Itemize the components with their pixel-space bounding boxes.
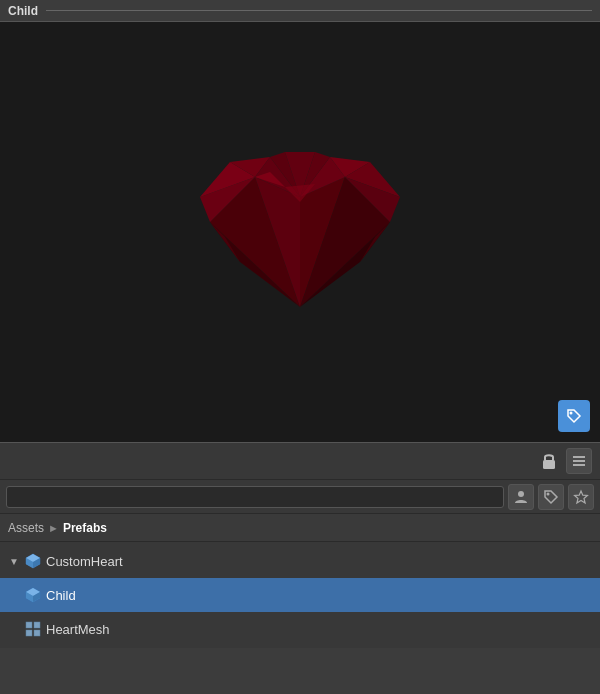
star-button[interactable] xyxy=(568,484,594,510)
title-bar-line xyxy=(46,10,592,11)
tag-icon xyxy=(565,407,583,425)
chevron-down-icon: ▼ xyxy=(8,555,20,567)
search-input[interactable] xyxy=(6,486,504,508)
cube-icon-customheart xyxy=(24,552,42,570)
lock-button[interactable] xyxy=(536,448,562,474)
svg-rect-37 xyxy=(26,622,32,628)
svg-point-26 xyxy=(518,491,524,497)
search-row xyxy=(0,480,600,514)
svg-point-21 xyxy=(570,412,573,415)
cube-icon-child xyxy=(24,586,42,604)
heart-svg xyxy=(170,122,430,342)
tree-label-heartmesh: HeartMesh xyxy=(46,622,110,637)
star-icon xyxy=(573,489,589,505)
svg-point-27 xyxy=(547,492,550,495)
svg-marker-28 xyxy=(575,491,588,503)
breadcrumb-assets[interactable]: Assets xyxy=(8,521,44,535)
svg-rect-22 xyxy=(543,460,555,469)
tree-label-customheart: CustomHeart xyxy=(46,554,123,569)
title-bar: Child xyxy=(0,0,600,22)
tree-area: ▼ CustomHeart Child xyxy=(0,542,600,648)
tree-label-child: Child xyxy=(46,588,76,603)
tree-item-heartmesh[interactable]: HeartMesh xyxy=(0,612,600,646)
grid-icon-heartmesh xyxy=(24,620,42,638)
toolbar xyxy=(0,442,600,480)
tree-item-customheart[interactable]: ▼ CustomHeart xyxy=(0,544,600,578)
tag-filter-button[interactable] xyxy=(538,484,564,510)
svg-rect-40 xyxy=(34,630,40,636)
tag-filter-icon xyxy=(543,489,559,505)
breadcrumb: Assets ► Prefabs xyxy=(0,514,600,542)
menu-button[interactable] xyxy=(566,448,592,474)
title-bar-label: Child xyxy=(8,4,38,18)
tree-item-child[interactable]: Child xyxy=(0,578,600,612)
lock-icon xyxy=(541,452,557,470)
heart-preview xyxy=(170,122,430,342)
menu-icon xyxy=(572,455,586,467)
svg-rect-39 xyxy=(26,630,32,636)
preview-area xyxy=(0,22,600,442)
breadcrumb-prefabs[interactable]: Prefabs xyxy=(63,521,107,535)
person-icon-button[interactable] xyxy=(508,484,534,510)
breadcrumb-arrow: ► xyxy=(48,522,59,534)
preview-tag-button[interactable] xyxy=(558,400,590,432)
svg-rect-38 xyxy=(34,622,40,628)
person-icon xyxy=(513,489,529,505)
